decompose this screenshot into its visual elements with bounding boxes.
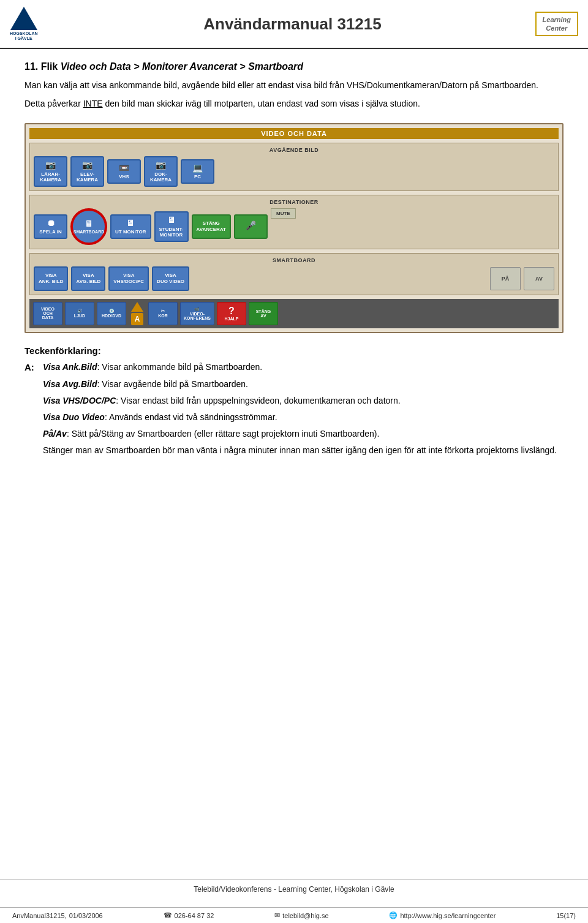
dok-camera-icon: 📷	[156, 160, 166, 170]
control-panel: VIDEO OCH DATA AVGÅENDE BILD 📷 LÄRAR-KAM…	[24, 123, 564, 333]
btn-av[interactable]: AV	[524, 267, 554, 290]
student-monitor-icon: 🖥	[167, 215, 176, 225]
btn-stang-avancerat[interactable]: STÄNGAVANCERAT	[192, 214, 231, 239]
section-heading: 11. Flik Video och Data > Monitorer Avan…	[24, 61, 564, 72]
nav-btn-videokonferens[interactable]: 📹 VIDEO-KONFERENS	[180, 302, 214, 325]
footer-manual-label: AnvManual31215,	[12, 912, 67, 919]
legend-value-1: Visa Ank.Bild: Visar ankommande bild på …	[43, 361, 564, 375]
camera-icon: 📷	[45, 160, 56, 170]
main-content: 11. Flik Video och Data > Monitorer Avan…	[0, 49, 588, 481]
nav-btn-hdd-dvd[interactable]: 💿 HDD/DVD	[97, 302, 126, 325]
intro-text-1: Man kan välja att visa ankommande bild, …	[24, 78, 564, 92]
monitor-icon: 🖥	[126, 218, 135, 228]
footer-date: 01/03/2006	[69, 912, 103, 919]
legend-section: Teckenförklaring: A: Visa Ank.Bild: Visa…	[24, 345, 564, 458]
smartboard-icon: 🖥	[85, 219, 93, 228]
legend-item-6: Stänger man av Smartboarden bör man vänt…	[24, 444, 564, 457]
arrow-up-icon	[131, 302, 143, 312]
footer-page-number: 15(17)	[556, 912, 576, 919]
legend-value-4: Visa Duo Video: Används endast vid två s…	[43, 411, 564, 424]
record-icon: ⏺	[47, 218, 55, 228]
mail-icon	[274, 911, 280, 919]
learning-center-logo: Learning Center	[535, 12, 578, 37]
btn-pc[interactable]: 💻 PC	[181, 159, 214, 184]
vhs-icon: 📼	[119, 163, 129, 173]
btn-mute-mic[interactable]: 🎤	[234, 214, 268, 239]
btn-elev-kamera[interactable]: 📷 ELEV-KAMERA	[70, 156, 104, 187]
footer-left: AnvManual31215, 01/03/2006	[12, 912, 103, 919]
footer-center: Telebild/Videokonferens - Learning Cente…	[0, 880, 588, 899]
destinationer-buttons-row: ⏺ SPELA IN 🖥 SMARTBOARD 🖥 UT MONITOR 🖥 S…	[34, 208, 554, 245]
btn-visa-duo-video[interactable]: VISADUO VIDEO	[152, 266, 189, 291]
avgaende-buttons-row: 📷 LÄRAR-KAMERA 📷 ELEV-KAMERA 📼 VHS 📷 DOK…	[34, 156, 554, 187]
mic-icon: 🎤	[246, 220, 256, 231]
nav-btn-kor[interactable]: ✂ KOR	[148, 302, 178, 325]
smartboard-label: SMARTBOARD	[34, 257, 554, 263]
footer-bottom: AnvManual31215, 01/03/2006 026-64 87 32 …	[0, 907, 588, 923]
footer-url: http://www.hig.se/learningcenter	[389, 911, 496, 919]
btn-vhs[interactable]: 📼 VHS	[107, 159, 141, 184]
btn-pa[interactable]: PÅ	[490, 267, 521, 290]
legend-item-1: A: Visa Ank.Bild: Visar ankommande bild …	[24, 361, 564, 375]
destinationer-label: DESTINATIONER	[34, 199, 554, 205]
pc-icon: 💻	[192, 163, 203, 173]
logo: HÖGSKOLANI GÄVLE	[10, 7, 38, 42]
mute-label: MUTE	[271, 208, 296, 219]
btn-visa-ank-bild[interactable]: VISAANK. BILD	[34, 266, 68, 291]
legend-item-5: På/Av: Sätt på/Stäng av Smartboarden (el…	[24, 428, 564, 440]
footer-page: 15(17)	[556, 912, 576, 919]
destinationer-section: DESTINATIONER ⏺ SPELA IN 🖥 SMARTBOARD 🖥 …	[29, 195, 559, 249]
panel-header: VIDEO OCH DATA	[29, 128, 559, 139]
legend-value-2: Visa Avg.Bild: Visar avgående bild på Sm…	[43, 378, 564, 391]
logo-text: HÖGSKOLANI GÄVLE	[10, 31, 38, 42]
btn-student-monitor[interactable]: 🖥 STUDENT-MONITOR	[154, 211, 189, 242]
legend-item-4: Visa Duo Video: Används endast vid två s…	[24, 411, 564, 424]
phone-icon	[164, 911, 172, 919]
legend-title: Teckenförklaring:	[24, 345, 564, 356]
arrow-a-marker: A	[131, 302, 143, 325]
nav-btn-video-och-data[interactable]: VIDEOOCHDATA	[33, 302, 62, 325]
page-title: Användarmanual 31215	[50, 15, 535, 34]
elev-camera-icon: 📷	[82, 160, 92, 170]
globe-icon	[389, 911, 398, 919]
footer-phone: 026-64 87 32	[164, 911, 214, 919]
legend-value-3: Visa VHS/DOC/PC: Visar endast bild från …	[43, 394, 564, 407]
letter-a-label: A	[131, 313, 143, 325]
video-icon: 📹	[194, 307, 200, 312]
smartboard-buttons-row: VISAANK. BILD VISAAVG. BILD VISAVHS/DOC/…	[34, 266, 554, 291]
btn-dok-kamera[interactable]: 📷 DOK-KAMERA	[144, 156, 178, 187]
btn-smartboard[interactable]: 🖥 SMARTBOARD	[70, 208, 107, 245]
help-icon: ?	[228, 306, 235, 317]
legend-item-3: Visa VHS/DOC/PC: Visar endast bild från …	[24, 394, 564, 407]
scissors-icon: ✂	[161, 309, 165, 314]
btn-visa-avg-bild[interactable]: VISAAVG. BILD	[71, 266, 105, 291]
speaker-icon: 🔊	[77, 309, 83, 314]
btn-larar-kamera[interactable]: 📷 LÄRAR-KAMERA	[34, 156, 67, 187]
footer-email: telebild@hig.se	[274, 911, 328, 919]
footer-phone-number: 026-64 87 32	[175, 912, 214, 919]
bottom-nav: VIDEOOCHDATA 🔊 LJUD 💿 HDD/DVD A ✂ KOR 📹	[29, 299, 559, 328]
legend-value-6: Stänger man av Smartboarden bör man vänt…	[43, 444, 564, 457]
avgaende-section: AVGÅENDE BILD 📷 LÄRAR-KAMERA 📷 ELEV-KAME…	[29, 143, 559, 191]
legend-key-a: A:	[24, 361, 43, 375]
dvd-icon: 💿	[109, 309, 115, 314]
nav-btn-ljud[interactable]: 🔊 LJUD	[65, 302, 94, 325]
legend-item-2: Visa Avg.Bild: Visar avgående bild på Sm…	[24, 378, 564, 391]
logo-triangle	[10, 7, 37, 30]
smartboard-section: SMARTBOARD VISAANK. BILD VISAAVG. BILD V…	[29, 253, 559, 295]
btn-ut-monitor[interactable]: 🖥 UT MONITOR	[110, 214, 151, 239]
nav-btn-stang-av[interactable]: STÄNGAV	[249, 302, 278, 325]
intro-text-2: Detta påverkar INTE den bild man skickar…	[24, 97, 564, 110]
btn-spela-in[interactable]: ⏺ SPELA IN	[34, 214, 67, 239]
nav-btn-hjalp[interactable]: ? HJÄLP	[217, 302, 246, 325]
legend-value-5: På/Av: Sätt på/Stäng av Smartboarden (el…	[43, 428, 564, 440]
btn-visa-vhs-doc-pc[interactable]: VISAVHS/DOC/PC	[108, 266, 149, 291]
footer-url-text: http://www.hig.se/learningcenter	[400, 912, 496, 919]
footer-center-text: Telebild/Videokonferens - Learning Cente…	[194, 885, 394, 894]
avgaende-label: AVGÅENDE BILD	[34, 147, 554, 153]
footer-email-address: telebild@hig.se	[282, 912, 328, 919]
page-header: HÖGSKOLANI GÄVLE Användarmanual 31215 Le…	[0, 0, 588, 49]
